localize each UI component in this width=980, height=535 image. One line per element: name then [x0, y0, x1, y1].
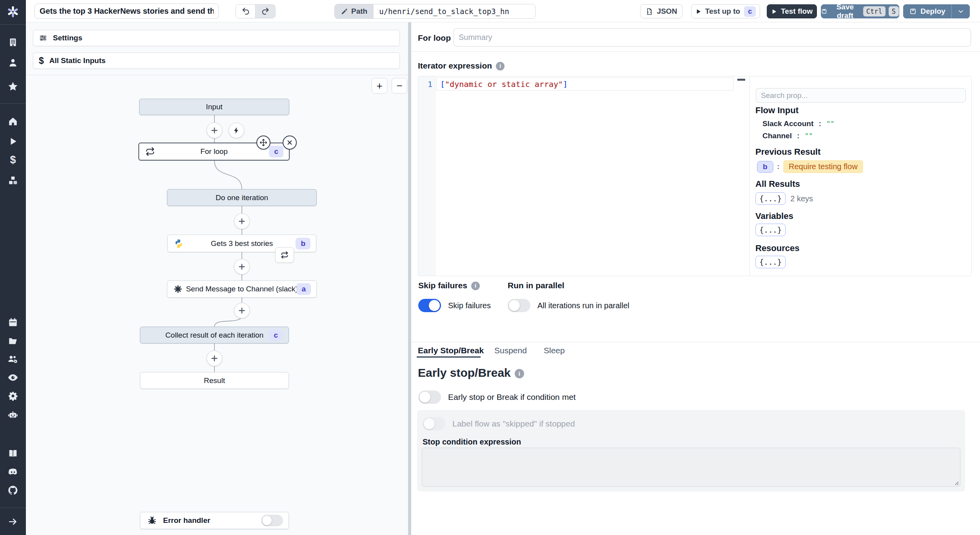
prop-colon: : [777, 163, 779, 170]
all-results-row: {...} 2 keys [755, 192, 813, 205]
code-string: "dynamic or static array" [445, 80, 563, 89]
info-icon[interactable]: i [471, 282, 480, 290]
delete-node-button[interactable] [283, 136, 297, 150]
path-label: Path [351, 7, 367, 16]
schedules-calendar-icon[interactable] [0, 316, 26, 328]
chevron-down-icon [958, 8, 964, 14]
deploy-split-button: Deploy [903, 4, 970, 18]
docs-book-icon[interactable] [0, 448, 26, 459]
node-input[interactable]: Input [139, 99, 289, 115]
node-send-message-slack[interactable]: Send Message to Channel (slack) a [167, 280, 317, 298]
undo-button[interactable] [236, 5, 256, 18]
add-step-button[interactable] [234, 213, 250, 229]
audit-eye-icon[interactable] [0, 372, 26, 383]
move-node-button[interactable] [256, 136, 270, 150]
star-icon[interactable] [0, 81, 26, 92]
redo-button[interactable] [256, 5, 275, 18]
add-step-button[interactable] [234, 303, 250, 318]
skipped-toggle-row: Label flow as "skipped" if stopped [423, 417, 575, 430]
editor-line-number: 1 [418, 80, 432, 89]
toggle-knob [424, 418, 435, 429]
node-gets-3-best-stories[interactable]: Gets 3 best stories b [167, 235, 316, 252]
node-for-loop-badge: c [269, 146, 283, 157]
editor-gutter [418, 76, 436, 276]
panel-resize-handle[interactable] [408, 22, 411, 535]
object-expand-chip[interactable]: {...} [755, 256, 786, 268]
discord-icon[interactable] [0, 466, 26, 478]
step-id-badge: b [757, 161, 773, 173]
github-icon[interactable] [0, 484, 26, 496]
robot-icon[interactable] [0, 409, 26, 421]
test-up-to-button[interactable]: Test up to c [691, 4, 760, 18]
prop-colon: : [819, 119, 821, 128]
label-skipped-toggle[interactable] [423, 417, 445, 430]
node-collect-result[interactable]: Collect result of each iteration c [140, 327, 289, 343]
tab-suspend[interactable]: Suspend [494, 346, 527, 355]
loop-settings-button[interactable] [275, 247, 294, 263]
variables-dollar-icon[interactable]: $ [0, 154, 26, 166]
windmill-logo-icon[interactable] [0, 5, 26, 18]
skip-failures-toggle[interactable] [418, 299, 441, 312]
label-skipped-label: Label flow as "skipped" if stopped [452, 419, 575, 428]
prop-row-channel[interactable]: Channel : "" [762, 132, 813, 140]
deploy-menu-button[interactable] [952, 4, 970, 18]
code-editor[interactable]: ["dynamic or static array"] [440, 80, 568, 89]
runs-play-icon[interactable] [0, 136, 26, 147]
sidebar-divider [0, 508, 26, 508]
deploy-label: Deploy [920, 7, 945, 16]
node-gets-3-best-stories-badge: b [296, 238, 310, 249]
path-edit-button[interactable]: Path [335, 4, 374, 18]
folders-icon[interactable] [0, 335, 26, 347]
previous-result-row[interactable]: b : Require testing flow [757, 160, 863, 173]
add-trigger-button[interactable] [229, 123, 244, 138]
early-stop-condition-toggle[interactable] [418, 390, 441, 404]
add-step-button[interactable] [207, 351, 222, 366]
flow-title-input[interactable] [34, 4, 219, 19]
tab-early-stop-break[interactable]: Early Stop/Break [418, 346, 484, 355]
kbd-ctrl: Ctrl [863, 6, 886, 16]
require-testing-flow-badge: Require testing flow [783, 160, 863, 173]
summary-input[interactable] [454, 28, 971, 47]
resources-boxes-icon[interactable] [0, 175, 26, 186]
save-draft-button[interactable]: Save draft Ctrl S [821, 4, 899, 18]
node-do-one-iteration[interactable]: Do one iteration [167, 189, 317, 206]
json-button[interactable]: JSON [640, 4, 682, 18]
info-icon[interactable]: i [496, 62, 505, 70]
groups-users-gear-icon[interactable] [0, 353, 26, 365]
search-prop-input[interactable] [756, 88, 966, 103]
add-step-button[interactable] [207, 123, 222, 138]
deploy-button[interactable]: Deploy [903, 4, 952, 18]
object-expand-chip[interactable]: {...} [755, 192, 786, 205]
node-collect-result-label: Collect result of each iteration [165, 331, 263, 340]
workspace-icon[interactable] [0, 36, 26, 48]
bolt-icon [232, 127, 240, 134]
stop-condition-textarea[interactable] [422, 448, 960, 487]
sidebar: $ [0, 0, 26, 535]
resources-heading: Resources [755, 243, 800, 253]
iterator-expression-text: Iterator expression [418, 61, 492, 70]
prop-row-slack-account[interactable]: Slack Account : "" [762, 119, 835, 128]
error-handler-toggle[interactable] [261, 515, 283, 526]
windmill-flow-editor: $ [0, 0, 980, 535]
test-flow-button[interactable]: Test flow [767, 4, 817, 18]
play-icon [695, 9, 701, 14]
move-icon [260, 139, 267, 146]
tab-sleep[interactable]: Sleep [544, 346, 565, 355]
plus-icon [210, 126, 219, 135]
add-step-button[interactable] [234, 259, 250, 275]
user-icon[interactable] [0, 57, 26, 69]
section-divider [411, 342, 980, 342]
home-icon[interactable] [0, 116, 26, 127]
run-in-parallel-toggle[interactable] [508, 299, 530, 312]
path-value-input[interactable]: u/henri/send_to_slack_top3_hn [374, 4, 535, 18]
resize-handle-icon[interactable] [953, 480, 959, 485]
object-expand-chip[interactable]: {...} [755, 224, 786, 236]
node-result[interactable]: Result [140, 372, 289, 389]
active-tab-underline [417, 356, 481, 358]
early-stop-condition-label: Early stop or Break if condition met [448, 392, 576, 402]
editor-minimap [737, 79, 745, 81]
node-error-handler[interactable]: Error handler [140, 512, 289, 529]
info-icon[interactable]: i [515, 369, 524, 378]
settings-gear-icon[interactable] [0, 390, 26, 402]
collapse-arrow-icon[interactable] [0, 516, 26, 528]
